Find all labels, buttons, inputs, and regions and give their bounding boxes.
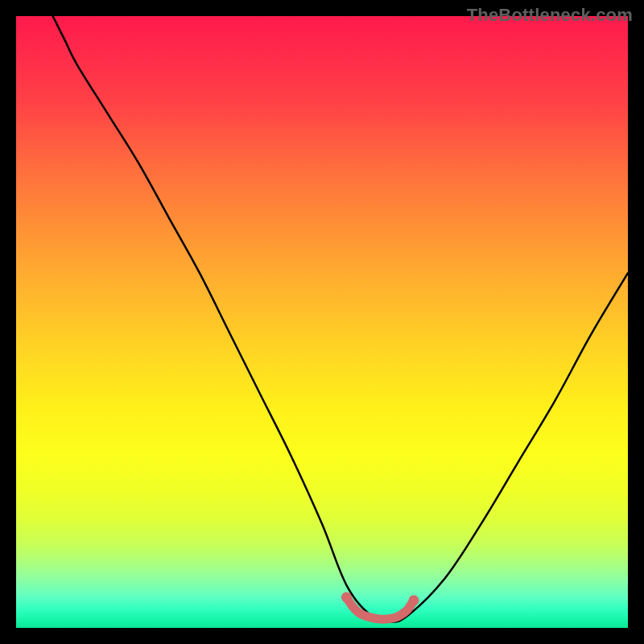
band-dot-left [341,592,352,603]
curve-layer [16,16,628,628]
plot-area [16,16,628,628]
watermark-text: TheBottleneck.com [467,5,633,26]
band-dot-right [409,595,419,605]
chart-frame: TheBottleneck.com [0,0,644,644]
bottleneck-curve [53,16,628,622]
